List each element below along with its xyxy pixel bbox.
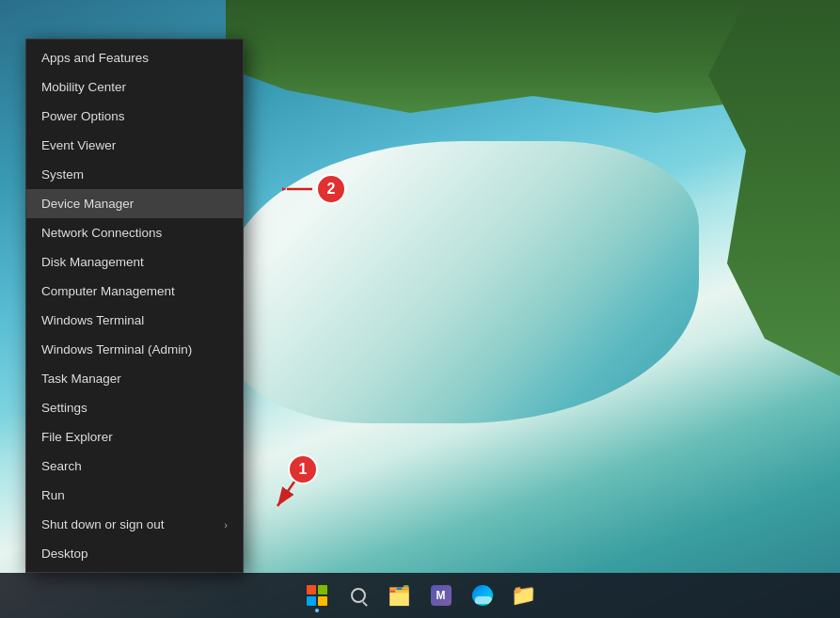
menu-label-shut-down-sign-out: Shut down or sign out	[41, 517, 165, 531]
menu-item-shut-down-sign-out[interactable]: Shut down or sign out›	[26, 510, 243, 539]
menu-item-run[interactable]: Run	[26, 481, 243, 510]
edge-icon	[472, 585, 493, 606]
annotation-2: 2	[282, 174, 395, 234]
menu-item-file-explorer[interactable]: File Explorer	[26, 422, 243, 452]
file-explorer-icon: 🗂️	[388, 584, 411, 607]
menu-item-computer-management[interactable]: Computer Management	[26, 277, 243, 306]
taskbar: 🗂️ M 📁	[0, 573, 840, 618]
menu-label-settings: Settings	[41, 401, 87, 415]
menu-item-search[interactable]: Search	[26, 452, 243, 481]
folder-icon: 📁	[511, 583, 536, 608]
menu-item-desktop[interactable]: Desktop	[26, 539, 243, 568]
menu-label-task-manager: Task Manager	[41, 372, 121, 386]
menu-item-windows-terminal[interactable]: Windows Terminal	[26, 306, 243, 335]
context-menu: Apps and FeaturesMobility CenterPower Op…	[25, 39, 244, 573]
annotation-number-2: 2	[327, 181, 336, 198]
menu-item-event-viewer[interactable]: Event Viewer	[26, 131, 243, 160]
menu-item-apps-features[interactable]: Apps and Features	[26, 43, 243, 72]
taskbar-file-explorer-button[interactable]: 🗂️	[381, 577, 419, 614]
taskbar-explorer2-button[interactable]: 📁	[505, 577, 543, 614]
start-button[interactable]	[298, 577, 336, 614]
menu-item-disk-management[interactable]: Disk Management	[26, 247, 243, 277]
menu-item-device-manager[interactable]: Device Manager	[26, 189, 243, 218]
menu-label-mobility-center: Mobility Center	[41, 80, 126, 94]
menu-label-power-options: Power Options	[41, 109, 125, 123]
annotation-circle-2: 2	[316, 174, 346, 204]
menu-label-search: Search	[41, 459, 82, 473]
menu-label-file-explorer: File Explorer	[41, 430, 113, 444]
menu-item-mobility-center[interactable]: Mobility Center	[26, 72, 243, 102]
annotation-circle-1: 1	[288, 454, 318, 484]
menu-label-event-viewer: Event Viewer	[41, 138, 116, 152]
menu-label-device-manager: Device Manager	[41, 197, 134, 211]
menu-item-settings[interactable]: Settings	[26, 393, 243, 422]
menu-label-disk-management: Disk Management	[41, 255, 144, 269]
menu-label-windows-terminal-admin: Windows Terminal (Admin)	[41, 342, 192, 357]
menu-item-power-options[interactable]: Power Options	[26, 102, 243, 131]
menu-label-windows-terminal: Windows Terminal	[41, 313, 144, 327]
active-indicator	[315, 609, 319, 612]
submenu-arrow-icon: ›	[224, 519, 228, 531]
windows-logo-icon	[307, 585, 327, 606]
menu-label-computer-management: Computer Management	[41, 284, 175, 298]
menu-label-system: System	[41, 167, 84, 182]
menu-label-run: Run	[41, 488, 65, 502]
menu-item-network-connections[interactable]: Network Connections	[26, 218, 243, 247]
menu-label-network-connections: Network Connections	[41, 226, 162, 240]
taskbar-search-button[interactable]	[340, 577, 377, 614]
menu-label-apps-features: Apps and Features	[41, 51, 149, 65]
annotation-number-1: 1	[299, 461, 308, 478]
taskbar-edge-button[interactable]	[464, 577, 501, 614]
menu-label-desktop: Desktop	[41, 547, 88, 561]
menu-item-task-manager[interactable]: Task Manager	[26, 364, 243, 393]
annotation-1: 1	[273, 454, 386, 533]
search-icon	[351, 588, 366, 603]
teams-icon: M	[431, 585, 452, 606]
menu-item-windows-terminal-admin[interactable]: Windows Terminal (Admin)	[26, 335, 243, 364]
taskbar-teams-button[interactable]: M	[422, 577, 460, 614]
menu-item-system[interactable]: System	[26, 160, 243, 189]
